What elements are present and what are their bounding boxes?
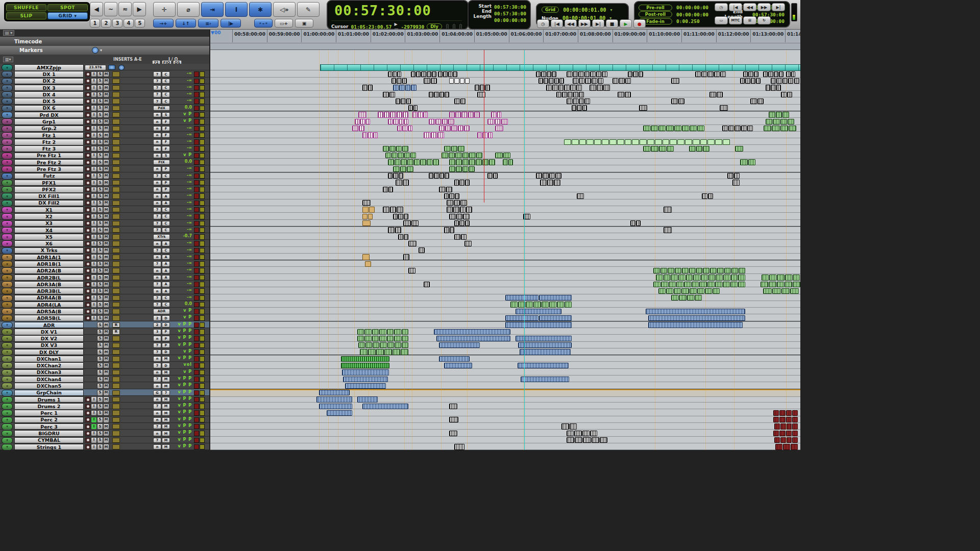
track-level[interactable]: v P <box>172 315 192 319</box>
track-row[interactable]: ▾Ftz 2ISMnF-∞ <box>0 138 209 145</box>
mute-button[interactable]: M <box>103 105 109 111</box>
audio-clip[interactable] <box>449 159 495 164</box>
track-color-chip[interactable]: ▾ <box>2 139 13 145</box>
zoom-out-button[interactable]: ◀ <box>90 2 103 16</box>
track-level[interactable]: -∞ <box>172 240 192 245</box>
track-name[interactable]: ADR <box>14 322 84 329</box>
audio-clip[interactable] <box>362 404 408 408</box>
track-color-chip[interactable]: ▾ <box>2 78 13 85</box>
track-name[interactable]: DX V2 <box>14 335 84 342</box>
canvas-track-lane[interactable] <box>209 213 800 219</box>
canvas-track-lane[interactable] <box>209 403 800 409</box>
audio-clip[interactable] <box>521 377 569 381</box>
grabber-tool[interactable]: ✱ <box>249 2 272 17</box>
audio-clip[interactable] <box>794 78 799 83</box>
insert-slots[interactable] <box>112 302 120 308</box>
track-color-chip[interactable]: ▾ <box>2 254 13 261</box>
track-level[interactable]: v P P <box>172 430 192 435</box>
input-monitor-button[interactable]: I <box>91 315 97 321</box>
mute-button[interactable]: M <box>103 329 109 335</box>
input-monitor-button[interactable]: I <box>91 261 97 267</box>
io-output[interactable]: M <box>162 397 170 403</box>
canvas-track-lane[interactable] <box>209 186 800 192</box>
audio-clip[interactable] <box>388 173 403 178</box>
track-color-chip[interactable]: ▾ <box>2 132 13 139</box>
track-row[interactable]: ▾Perc 3ISM7Mv P P <box>0 423 209 430</box>
audio-clip[interactable] <box>639 105 647 110</box>
input-monitor-button[interactable]: I <box>91 200 97 206</box>
audio-clip[interactable] <box>763 288 799 293</box>
io-output[interactable]: C <box>162 302 170 308</box>
track-row[interactable]: ▾DXChan4SM7Mv P P <box>0 375 209 382</box>
track-level[interactable]: -∞ <box>172 200 192 205</box>
io-input[interactable]: n <box>153 383 161 389</box>
canvas-track-lane[interactable] <box>209 294 800 301</box>
audio-clip[interactable] <box>319 390 350 394</box>
input-monitor-button[interactable]: I <box>91 423 97 430</box>
mute-button[interactable]: M <box>103 302 109 308</box>
io-input[interactable]: n <box>153 112 161 118</box>
mute-button[interactable]: M <box>103 315 109 321</box>
record-enable-button[interactable] <box>85 166 91 172</box>
audio-clip[interactable] <box>396 98 411 103</box>
track-level[interactable]: v P P <box>172 335 192 340</box>
audio-clip[interactable] <box>444 227 454 232</box>
input-monitor-button[interactable]: I <box>91 159 97 165</box>
audio-clip[interactable] <box>702 193 713 198</box>
solo-button[interactable]: S <box>97 78 103 84</box>
io-input[interactable]: n <box>153 126 161 132</box>
audio-clip[interactable] <box>360 349 408 354</box>
mute-button[interactable]: M <box>103 423 109 430</box>
io-input[interactable]: 7 <box>153 92 161 97</box>
io-input[interactable]: 7 <box>153 302 161 308</box>
io-output[interactable]: P <box>162 180 170 186</box>
insert-slots[interactable]: R <box>112 329 120 335</box>
solo-button[interactable]: S <box>97 254 103 260</box>
insert-slots[interactable] <box>112 370 120 375</box>
record-enable-button[interactable] <box>85 274 91 281</box>
track-level[interactable]: -∞ <box>172 126 192 130</box>
input-monitor-button[interactable]: I <box>91 207 97 213</box>
track-row[interactable]: ▾ADR2B(LISMnA-∞ <box>0 274 209 281</box>
audio-clip[interactable] <box>424 282 430 286</box>
solo-button[interactable]: S <box>97 390 103 396</box>
io-input[interactable]: 7 <box>153 79 161 84</box>
layered-editing-toggle[interactable]: ▭+ <box>275 19 293 28</box>
audio-clip[interactable] <box>556 92 584 96</box>
record-enable-button[interactable] <box>85 98 91 105</box>
audio-clip[interactable] <box>362 254 370 259</box>
mute-button[interactable]: M <box>103 200 109 206</box>
insert-slots[interactable] <box>112 146 120 152</box>
mode-spot-button[interactable]: SPOT <box>47 4 88 11</box>
solo-button[interactable]: S <box>97 119 103 125</box>
edit-insertion-flag[interactable]: ▼00 <box>211 30 220 35</box>
io-input[interactable]: n <box>153 431 161 436</box>
record-enable-button[interactable] <box>85 92 91 98</box>
track-name[interactable]: Perc 1 <box>14 410 84 416</box>
mute-button[interactable]: M <box>103 220 109 227</box>
audio-clip[interactable] <box>408 268 415 272</box>
solo-button[interactable]: S <box>97 383 103 389</box>
io-input[interactable]: n <box>153 119 161 124</box>
sel-length-value[interactable]: 00:00:00:00 <box>493 17 526 23</box>
record-enable-button[interactable] <box>85 126 91 132</box>
io-input[interactable]: 2 <box>153 322 161 328</box>
solo-button[interactable]: S <box>97 173 103 179</box>
audio-clip[interactable] <box>365 261 371 266</box>
track-color-chip[interactable]: ▾ <box>2 64 13 71</box>
audio-clip[interactable] <box>383 146 408 151</box>
track-level[interactable]: v P P <box>172 423 192 428</box>
audio-clip[interactable] <box>378 112 408 116</box>
audio-clip[interactable] <box>444 146 464 151</box>
audio-clip[interactable] <box>743 71 758 76</box>
audio-clip[interactable] <box>671 295 702 299</box>
loop-mini-button[interactable]: ↻ <box>757 16 771 24</box>
audio-clip[interactable] <box>573 78 603 83</box>
timeline-insertion-chip[interactable] <box>446 24 449 30</box>
track-row[interactable]: ▾Strings 1ISMnMv P P <box>0 443 209 450</box>
track-color-chip[interactable]: ▾ <box>2 342 13 349</box>
track-row[interactable]: ▾ADR1A(1ISMnA-∞ <box>0 254 209 260</box>
solo-button[interactable]: S <box>97 274 103 281</box>
audio-clip[interactable] <box>436 336 510 340</box>
solo-button[interactable]: S <box>97 247 103 254</box>
